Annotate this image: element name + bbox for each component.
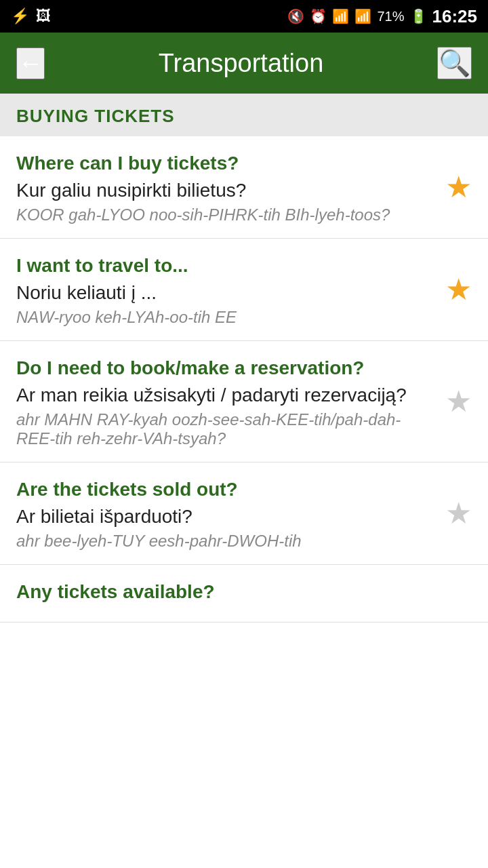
- star-button-where-tickets[interactable]: ★: [445, 172, 472, 202]
- phrase-translation-book-reservation: Ar man reikia užsisakyti / padaryti reze…: [16, 384, 472, 406]
- star-button-travel-to[interactable]: ★: [445, 275, 472, 304]
- status-right-info: 🔇 ⏰ 📶 📶 71% 🔋 16:25: [287, 6, 477, 27]
- page-title: Transportation: [159, 49, 324, 78]
- status-bar: ⚡ 🖼 🔇 ⏰ 📶 📶 71% 🔋 16:25: [0, 0, 488, 33]
- phrase-item-book-reservation: Do I need to book/make a reservation?Ar …: [0, 341, 488, 462]
- signal-icon: 📶: [354, 8, 371, 24]
- search-button[interactable]: 🔍: [437, 47, 472, 79]
- phrase-title-travel-to: I want to travel to...: [16, 255, 472, 277]
- phrase-title-available: Any tickets available?: [16, 581, 472, 603]
- phrase-phonetic-travel-to: NAW-ryoo keh-LYAh-oo-tih EE: [16, 308, 472, 327]
- phrase-translation-where-tickets: Kur galiu nusipirkti bilietus?: [16, 180, 472, 201]
- star-button-book-reservation[interactable]: ★: [445, 387, 472, 416]
- battery-icon: 🔋: [410, 8, 427, 24]
- phrase-item-sold-out: Are the tickets sold out?Ar bilietai išp…: [0, 462, 488, 565]
- phrase-item-where-tickets: Where can I buy tickets?Kur galiu nusipi…: [0, 136, 488, 239]
- battery-level: 71%: [377, 9, 404, 24]
- phrase-phonetic-sold-out: ahr bee-lyeh-TUY eesh-pahr-DWOH-tih: [16, 532, 472, 551]
- alarm-icon: ⏰: [310, 8, 327, 24]
- phrase-phonetic-book-reservation: ahr MAHN RAY-kyah oozh-see-sah-KEE-tih/p…: [16, 410, 472, 448]
- phrase-title-sold-out: Are the tickets sold out?: [16, 479, 472, 500]
- phrase-list: Where can I buy tickets?Kur galiu nusipi…: [0, 136, 488, 623]
- back-button[interactable]: ←: [16, 47, 45, 79]
- app-bar: ← Transportation 🔍: [0, 33, 488, 94]
- star-button-sold-out[interactable]: ★: [445, 498, 472, 528]
- phrase-item-available: Any tickets available?: [0, 565, 488, 623]
- phrase-translation-sold-out: Ar bilietai išparduoti?: [16, 506, 472, 528]
- phrase-item-travel-to: I want to travel to...Noriu keliauti į .…: [0, 239, 488, 341]
- mute-icon: 🔇: [287, 8, 304, 24]
- phrase-title-book-reservation: Do I need to book/make a reservation?: [16, 357, 472, 379]
- phrase-title-where-tickets: Where can I buy tickets?: [16, 153, 472, 174]
- phrase-translation-travel-to: Noriu keliauti į ...: [16, 282, 472, 304]
- section-header: BUYING TICKETS: [0, 94, 488, 136]
- image-icon: 🖼: [36, 7, 51, 25]
- wifi-icon: 📶: [332, 8, 349, 24]
- phrase-phonetic-where-tickets: KOOR gah-LYOO noo-sih-PIHRK-tih BIh-lyeh…: [16, 205, 472, 224]
- status-left-icons: ⚡ 🖼: [11, 7, 51, 25]
- usb-icon: ⚡: [11, 7, 29, 25]
- clock: 16:25: [432, 6, 478, 27]
